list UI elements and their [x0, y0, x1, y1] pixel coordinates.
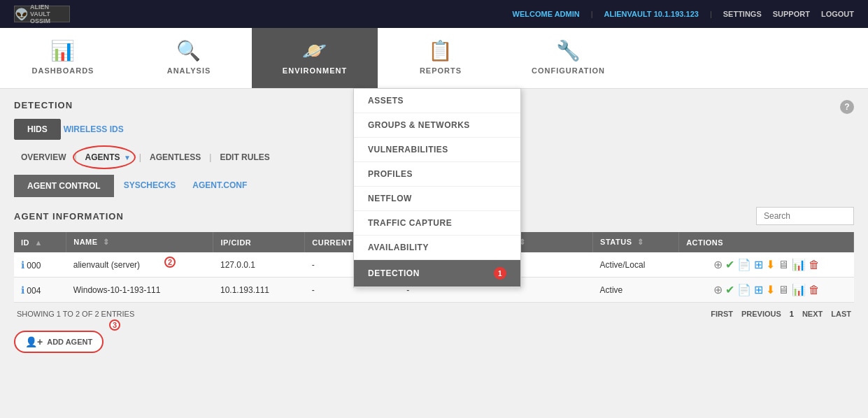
row1-actions-cell: ⊕ ✔ 📄 ⊞ ⬇ 🖥 📊 🗑	[686, 258, 847, 271]
logo: 👽 ALIEN VAULT OSSIM	[14, 6, 70, 22]
sort-arrow-name: ⇕	[103, 238, 110, 246]
action-monitor-icon-row2[interactable]: 🖥	[778, 284, 789, 296]
showing-entries: SHOWING 1 TO 2 OF 2 ENTRIES	[17, 310, 134, 318]
dropdown-traffic-capture[interactable]: TRAFFIC CAPTURE	[354, 211, 520, 236]
add-agent-icon: 👤+	[25, 336, 43, 347]
row1-id: ℹ 000	[14, 252, 66, 278]
action-download-icon-row2[interactable]: ⬇	[766, 283, 775, 296]
row1-actions: ⊕ ✔ 📄 ⊞ ⬇ 🖥 📊 🗑	[679, 252, 854, 278]
action-download-icon-row1[interactable]: ⬇	[766, 258, 775, 271]
action-add-icon-row1[interactable]: ⊕	[713, 258, 723, 271]
top-bar-right: WELCOME ADMIN | ALIENVAULT 10.1.193.123 …	[513, 10, 854, 18]
inner-tab-agent-control[interactable]: AGENT CONTROL	[14, 175, 114, 197]
dropdown-assets[interactable]: ASSETS	[354, 89, 520, 113]
info-icon-row2[interactable]: ℹ	[21, 284, 24, 296]
info-icon-row1[interactable]: ℹ	[21, 259, 24, 271]
subtab-sep3: |	[209, 152, 211, 162]
action-grid-icon-row2[interactable]: ⊞	[754, 283, 763, 296]
dashboards-icon: 📊	[50, 39, 76, 62]
help-icon[interactable]: ?	[840, 100, 854, 114]
col-name: NAME ⇕	[66, 232, 213, 252]
nav-environment[interactable]: 🪐 ENVIRONMENT	[252, 28, 378, 88]
nav-analysis-label: ANALYSIS	[167, 66, 211, 75]
dropdown-availability[interactable]: AVAILABILITY	[354, 236, 520, 260]
configuration-icon: 🔧	[556, 39, 581, 62]
add-agent-badge: 3	[109, 319, 120, 331]
nav-environment-label: ENVIRONMENT	[283, 66, 347, 75]
row2-name: Windows-10-1-193-111	[66, 278, 213, 303]
subtab-sep2: |	[139, 152, 141, 162]
action-check-icon-row2[interactable]: ✔	[725, 283, 734, 296]
row1-name: alienvault (server)	[66, 252, 213, 278]
action-chart-icon-row1[interactable]: 📊	[792, 258, 806, 271]
row2-actions-cell: ⊕ ✔ 📄 ⊞ ⬇ 🖥 📊 🗑	[686, 283, 847, 296]
welcome-text: WELCOME ADMIN	[513, 10, 580, 18]
nav-reports[interactable]: 📋 REPORTS	[378, 28, 504, 88]
analysis-icon: 🔍	[176, 39, 201, 62]
main-nav: 📊 DASHBOARDS 🔍 ANALYSIS 🪐 ENVIRONMENT 📋 …	[0, 28, 868, 89]
col-ip-cidr: IP/CIDR	[213, 232, 305, 252]
row2-actions: ⊕ ✔ 📄 ⊞ ⬇ 🖥 📊 🗑	[679, 278, 854, 303]
col-actions: ACTIONS	[679, 232, 854, 252]
row1-status: Active/Local	[593, 252, 679, 278]
action-add-icon-row2[interactable]: ⊕	[713, 283, 723, 296]
action-delete-icon-row1[interactable]: 🗑	[809, 259, 820, 271]
action-delete-icon-row2[interactable]: 🗑	[809, 284, 820, 296]
row2-id: ℹ 004	[14, 278, 66, 303]
dropdown-detection[interactable]: DETECTION 1	[354, 260, 520, 287]
action-file-icon-row2[interactable]: 📄	[737, 283, 751, 296]
subtab-agentless[interactable]: AGENTLESS	[143, 150, 208, 165]
add-agent-label: ADD AGENT	[47, 338, 92, 346]
nav-reports-label: REPORTS	[420, 66, 462, 75]
reports-icon: 📋	[428, 39, 453, 62]
page-first[interactable]: FIRST	[711, 310, 733, 318]
top-bar-left: 👽 ALIEN VAULT OSSIM	[14, 6, 70, 22]
action-monitor-icon-row1[interactable]: 🖥	[778, 259, 789, 271]
subtab-agents[interactable]: AGENTS ▼	[78, 150, 138, 165]
environment-dropdown: ASSETS GROUPS & NETWORKS VULNERABILITIES…	[353, 88, 521, 288]
logo-text: ALIEN VAULT OSSIM	[30, 3, 69, 24]
dropdown-netflow[interactable]: NETFLOW	[354, 187, 520, 211]
page-next[interactable]: NEXT	[802, 310, 823, 318]
dropdown-profiles[interactable]: PROFILES	[354, 162, 520, 187]
col-status: STATUS ⇕	[593, 232, 679, 252]
page-previous[interactable]: PREVIOUS	[741, 310, 781, 318]
dropdown-vulnerabilities[interactable]: VULNERABILITIES	[354, 138, 520, 162]
nav-analysis[interactable]: 🔍 ANALYSIS	[126, 28, 252, 88]
detection-badge: 1	[494, 267, 506, 280]
page-last[interactable]: LAST	[831, 310, 851, 318]
settings-link[interactable]: SETTINGS	[723, 10, 762, 18]
add-agent-wrapper: 👤+ ADD AGENT 3	[14, 325, 104, 353]
subtab-overview[interactable]: OVERVIEW	[14, 150, 73, 165]
action-file-icon-row1[interactable]: 📄	[737, 258, 751, 271]
subtab-edit-rules[interactable]: EDIT RULES	[213, 150, 276, 165]
top-bar: 👽 ALIEN VAULT OSSIM WELCOME ADMIN | ALIE…	[0, 0, 868, 28]
page-1[interactable]: 1	[790, 310, 794, 318]
row2-status: Active	[593, 278, 679, 303]
action-grid-icon-row1[interactable]: ⊞	[754, 258, 763, 271]
add-agent-button[interactable]: 👤+ ADD AGENT	[14, 331, 104, 353]
support-link[interactable]: SUPPORT	[773, 10, 810, 18]
sep2: |	[710, 10, 712, 18]
nav-configuration[interactable]: 🔧 CONFIGURATION	[504, 28, 633, 88]
nav-dashboards-label: DASHBOARDS	[32, 66, 94, 75]
action-check-icon-row1[interactable]: ✔	[725, 258, 734, 271]
agents-dropdown-arrow: ▼	[124, 154, 131, 161]
tab-wireless-ids[interactable]: WIRELESS IDS	[64, 124, 124, 134]
sort-arrow-status: ⇕	[637, 238, 644, 246]
search-input[interactable]	[756, 207, 854, 225]
row2-ip-cidr: 10.1.193.111	[213, 278, 305, 303]
nav-configuration-label: CONFIGURATION	[532, 66, 605, 75]
logout-link[interactable]: LOGOUT	[821, 10, 854, 18]
subtab-sep1: |	[74, 152, 76, 162]
inner-tab-syschecks[interactable]: SYSCHECKS	[115, 175, 185, 197]
tab-hids[interactable]: HIDS	[14, 119, 61, 140]
agents-badge: 2	[164, 257, 176, 268]
nav-dashboards[interactable]: 📊 DASHBOARDS	[0, 28, 126, 88]
dropdown-groups-networks[interactable]: GROUPS & NETWORKS	[354, 113, 520, 138]
sep1: |	[591, 10, 593, 18]
inner-tab-agent-conf[interactable]: AGENT.CONF	[184, 175, 255, 197]
sort-arrow-id: ▲	[35, 238, 43, 247]
server-address: ALIENVAULT 10.1.193.123	[604, 10, 699, 18]
action-chart-icon-row2[interactable]: 📊	[792, 283, 806, 296]
